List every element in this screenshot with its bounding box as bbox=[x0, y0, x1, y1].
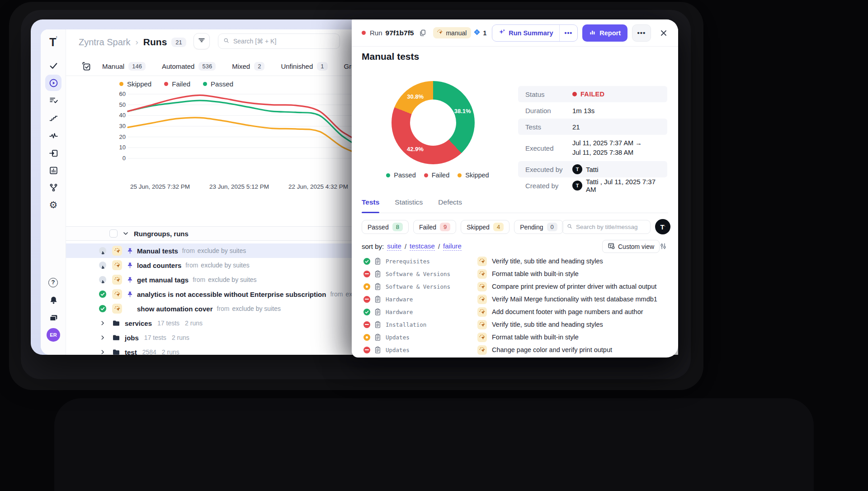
folder-title[interactable]: jobs bbox=[125, 334, 139, 342]
test-title[interactable]: Verify title, sub title and heading styl… bbox=[492, 321, 603, 328]
drawer-header: Run 97f1b7f5 manual 1 Run Summary ••• Re… bbox=[352, 19, 678, 47]
drawer-tab-defects[interactable]: Defects bbox=[438, 198, 462, 213]
test-title[interactable]: Verify Mail Merge functionality with tes… bbox=[492, 296, 657, 303]
help-icon[interactable]: ? bbox=[48, 278, 58, 287]
diamond-icon bbox=[473, 29, 481, 37]
desktop-backdrop: T' ⚙ ? ER Zyntra Spark › bbox=[0, 0, 868, 491]
sidebar-item-runs-icon[interactable] bbox=[48, 77, 59, 88]
status-passed-icon bbox=[99, 291, 106, 298]
tab-mixed[interactable]: Mixed2 bbox=[232, 62, 264, 71]
sidebar-item-testcases-icon[interactable] bbox=[48, 95, 59, 105]
folder-tests-count: 2584 bbox=[142, 348, 156, 355]
test-row[interactable]: UpdatesChange page color and verify prin… bbox=[352, 343, 678, 356]
search-input[interactable] bbox=[233, 38, 335, 45]
run-source: exclude by suites bbox=[198, 247, 246, 254]
sort-link-failure[interactable]: failure bbox=[443, 242, 462, 251]
test-row[interactable]: HardwareAdd document footer with page nu… bbox=[352, 305, 678, 318]
report-button[interactable]: Report bbox=[582, 24, 627, 42]
sidebar-item-analytics-icon[interactable] bbox=[48, 165, 59, 176]
test-suite-name[interactable]: Software & Versions bbox=[386, 283, 450, 290]
test-row[interactable]: UpdatesFormat table with built-in style bbox=[352, 331, 678, 343]
test-title[interactable]: Compare print preview of printer driver … bbox=[492, 283, 656, 290]
folder-title[interactable]: services bbox=[125, 319, 152, 327]
sidebar-item-steps-icon[interactable] bbox=[48, 112, 59, 123]
select-all-icon[interactable] bbox=[81, 61, 91, 71]
brand-avatar[interactable]: T' bbox=[655, 219, 670, 234]
custom-view-button[interactable]: Custom view bbox=[602, 240, 660, 253]
run-title[interactable]: analytics is not accessible without Ente… bbox=[137, 291, 326, 298]
sort-link-suite[interactable]: suite bbox=[387, 242, 401, 251]
donut-legend-failed[interactable]: Failed bbox=[424, 172, 450, 179]
test-suite-name[interactable]: Updates bbox=[386, 334, 410, 341]
copy-icon[interactable] bbox=[419, 29, 427, 37]
y-tick: 10 bbox=[108, 144, 126, 151]
sidebar-item-activity-icon[interactable] bbox=[48, 130, 59, 141]
test-suite-name[interactable]: Hardware bbox=[386, 296, 413, 303]
tests-search[interactable] bbox=[562, 220, 651, 234]
test-suite-name[interactable]: Hardware bbox=[386, 309, 413, 315]
donut-legend-passed[interactable]: Passed bbox=[386, 172, 415, 179]
sidebar-item-branches-icon[interactable] bbox=[48, 182, 59, 193]
app-logo[interactable]: T' bbox=[41, 35, 66, 49]
view-options-sliders-icon[interactable] bbox=[659, 242, 667, 250]
runs-count-badge: 21 bbox=[171, 38, 186, 47]
run-title[interactable]: get manual tags bbox=[137, 276, 189, 284]
tests-search-input[interactable] bbox=[576, 224, 646, 230]
test-title[interactable]: Add document footer with page numbers an… bbox=[492, 308, 643, 315]
run-title[interactable]: Manual tests bbox=[137, 247, 178, 255]
more-actions-button[interactable]: ••• bbox=[632, 24, 651, 42]
projects-folders-icon[interactable] bbox=[48, 312, 59, 323]
filter-chip-passed[interactable]: Passed8 bbox=[362, 220, 409, 234]
run-summary-more-button[interactable]: ••• bbox=[559, 25, 578, 41]
search-icon bbox=[566, 223, 573, 231]
chevron-down-icon[interactable] bbox=[122, 230, 129, 237]
test-row[interactable]: Software & VersionsFormat table with bui… bbox=[352, 267, 678, 280]
sidebar-item-results-icon[interactable] bbox=[48, 60, 59, 71]
drawer-tab-statistics[interactable]: Statistics bbox=[395, 198, 423, 213]
drawer-tab-tests[interactable]: Tests bbox=[362, 198, 379, 213]
global-search[interactable] bbox=[218, 33, 340, 49]
test-row[interactable]: HardwareVerify Mail Merge functionality … bbox=[352, 293, 678, 305]
test-title[interactable]: Verify title, sub title and heading styl… bbox=[492, 257, 603, 265]
legend-item-failed[interactable]: Failed bbox=[164, 80, 190, 88]
notifications-bell-icon[interactable] bbox=[48, 295, 59, 305]
results-donut-chart: 38.1%42.9%30.8% bbox=[392, 81, 475, 164]
tab-unfinished[interactable]: Unfinished1 bbox=[281, 62, 327, 71]
sidebar-item-settings-gear-icon[interactable]: ⚙ bbox=[48, 200, 59, 210]
close-icon[interactable] bbox=[659, 29, 668, 38]
test-title[interactable]: Change page color and verify print outpu… bbox=[492, 346, 612, 353]
breadcrumb-project[interactable]: Zyntra Spark bbox=[79, 37, 130, 48]
select-all-checkbox[interactable] bbox=[109, 229, 118, 238]
test-suite-name[interactable]: Prerequisites bbox=[386, 258, 430, 265]
filter-button[interactable] bbox=[193, 33, 210, 49]
donut-legend-skipped[interactable]: Skipped bbox=[458, 172, 489, 179]
pin-icon bbox=[127, 276, 133, 283]
y-tick: 20 bbox=[108, 133, 126, 140]
suite-clipboard-icon bbox=[374, 270, 382, 278]
filter-chip-pending[interactable]: Pending0 bbox=[514, 220, 563, 234]
filter-chip-skipped[interactable]: Skipped4 bbox=[461, 220, 509, 234]
run-title[interactable]: load counters bbox=[137, 262, 181, 269]
test-title[interactable]: Format table with built-in style bbox=[492, 270, 579, 277]
legend-item-passed[interactable]: Passed bbox=[203, 80, 233, 88]
sidebar-item-import-icon[interactable] bbox=[48, 148, 59, 158]
chevron-right-icon[interactable] bbox=[99, 320, 106, 326]
chevron-right-icon[interactable] bbox=[99, 349, 106, 355]
test-suite-name[interactable]: Installation bbox=[386, 321, 426, 328]
test-title[interactable]: Format table with built-in style bbox=[492, 334, 579, 341]
chevron-right-icon[interactable] bbox=[99, 334, 106, 341]
tab-automated[interactable]: Automated536 bbox=[162, 62, 216, 71]
sort-link-testcase[interactable]: testcase bbox=[410, 242, 435, 251]
test-suite-name[interactable]: Software & Versions bbox=[386, 271, 450, 277]
test-row[interactable]: PrerequisitesVerify title, sub title and… bbox=[352, 255, 678, 267]
tab-manual[interactable]: Manual146 bbox=[102, 62, 146, 71]
test-suite-name[interactable]: Updates bbox=[386, 347, 410, 353]
test-row[interactable]: InstallationVerify title, sub title and … bbox=[352, 318, 678, 331]
run-title[interactable]: show automation cover bbox=[137, 305, 213, 313]
run-summary-split-button[interactable]: Run Summary ••• bbox=[492, 24, 578, 42]
user-avatar[interactable]: ER bbox=[47, 328, 60, 342]
filter-chip-failed[interactable]: Failed9 bbox=[413, 220, 456, 234]
test-row[interactable]: Software & VersionsCompare print preview… bbox=[352, 280, 678, 293]
legend-item-skipped[interactable]: Skipped bbox=[119, 80, 151, 88]
folder-title[interactable]: test bbox=[125, 348, 137, 355]
